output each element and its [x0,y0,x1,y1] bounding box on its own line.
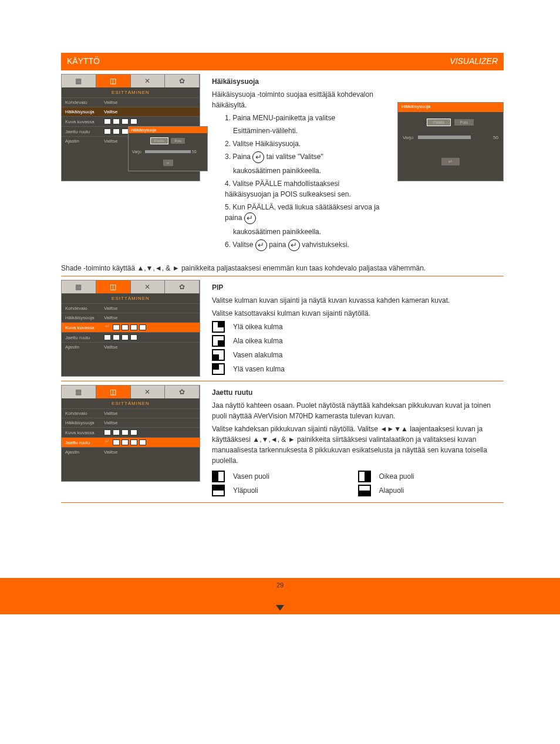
header-right: VISUALIZER [450,56,498,66]
header-left: KÄYTTÖ [67,56,100,66]
btn-confirm-large[interactable]: ↵ [441,158,460,165]
tab-image[interactable]: ▦ [62,280,96,293]
footer-triangle-icon [276,605,284,611]
tab-settings[interactable]: ✿ [165,385,200,398]
pip-br-icon [212,335,225,347]
slider-shade-large[interactable] [418,136,471,139]
tab-present[interactable]: ◫ [96,75,131,87]
osd-popup-large: Häikäisysuoja Päälle Pois Varjo 50 ↵ [397,102,504,181]
pip-bl-icon [212,349,225,361]
split-top-icon [212,485,225,496]
pip-tr-icon [212,321,225,333]
tab-image[interactable]: ▦ [62,75,96,87]
enter-icon: ↵ [255,239,267,251]
tab-present[interactable]: ◫ [96,385,131,398]
page-footer: 29 [0,578,560,614]
osd-panel-3: ▦ ◫ ✕ ✿ ESITTÄMINEN KohdevaloValitse Häi… [61,385,200,482]
btn-off[interactable]: Pois [171,138,185,144]
page-number: 29 [276,581,284,589]
section-header: KÄYTTÖ VISUALIZER [61,53,504,70]
btn-on[interactable]: Päälle [151,138,168,144]
shade-note: Shade -toiminto käyttää ▲,▼,◄, & ► paini… [61,264,504,272]
divider [61,381,504,381]
sec3-title: Jaettu ruutu [212,387,504,398]
split-left-icon [212,471,225,482]
split-bottom-icon [358,485,371,496]
sec1-title: Häikäisysuoja [212,76,386,87]
osd-panel-1: ▦ ◫ ✕ ✿ ESITTÄMINEN KohdevaloValitse Häi… [61,74,200,181]
tab-tools[interactable]: ✕ [131,75,166,87]
pip-tl-icon [212,363,225,375]
split-right-icon [358,471,371,482]
enter-icon: ↵ [244,212,256,224]
tab-present[interactable]: ◫ [96,280,131,293]
sec2-title: PIP [212,282,504,293]
tab-tools[interactable]: ✕ [131,280,166,293]
divider [61,276,504,276]
osd-panel-2: ▦ ◫ ✕ ✿ ESITTÄMINEN KohdevaloValitse Häi… [61,280,200,377]
osd-tabs: ▦ ◫ ✕ ✿ [62,75,200,87]
tab-settings[interactable]: ✿ [165,75,200,87]
tab-tools[interactable]: ✕ [131,385,166,398]
tab-image[interactable]: ▦ [62,385,96,398]
enter-icon: ↵ [288,239,300,251]
osd-title: ESITTÄMINEN [62,87,200,97]
btn-off-large[interactable]: Pois [454,119,474,126]
btn-confirm-icon[interactable]: ↵ [163,160,173,166]
sec1-intro: Häikäisysuoja -toiminto suojaa esittäjää… [212,89,386,110]
divider [61,502,504,503]
btn-on-large[interactable]: Päälle [427,119,450,126]
enter-icon: ↵ [252,151,264,163]
tab-settings[interactable]: ✿ [165,280,200,293]
osd-popup-small: Häikäisysuoja Päälle Pois Varjo 50 [128,126,208,171]
slider-shade[interactable] [145,150,191,153]
